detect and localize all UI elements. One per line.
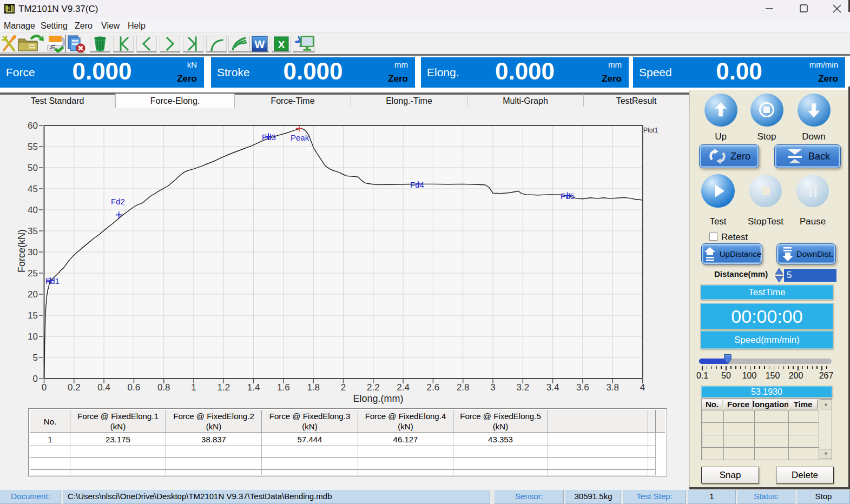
svg-text:30: 30	[28, 247, 38, 257]
svg-text:20: 20	[28, 289, 38, 300]
svg-text:Peak: Peak	[291, 133, 309, 142]
svg-text:Fd5: Fd5	[561, 191, 575, 201]
svg-text:50: 50	[28, 163, 38, 173]
svg-text:3.8: 3.8	[606, 382, 619, 393]
svg-text:35: 35	[28, 226, 38, 236]
svg-text:0.2: 0.2	[68, 382, 81, 393]
svg-text:1.6: 1.6	[277, 382, 290, 393]
svg-text:Fd1: Fd1	[45, 276, 60, 286]
svg-text:Force(kN): Force(kN)	[16, 229, 27, 273]
svg-text:2.8: 2.8	[457, 382, 470, 393]
svg-text:Fd3: Fd3	[262, 132, 276, 142]
svg-text:3.4: 3.4	[546, 382, 559, 393]
svg-text:25: 25	[28, 268, 38, 278]
svg-text:60: 60	[28, 121, 38, 131]
svg-text:Fd2: Fd2	[111, 197, 125, 206]
svg-text:0.6: 0.6	[128, 382, 141, 393]
svg-text:2.4: 2.4	[397, 382, 410, 393]
svg-text:45: 45	[28, 184, 38, 194]
svg-text:10: 10	[28, 331, 38, 342]
svg-text:1.4: 1.4	[247, 382, 260, 393]
svg-text:2.2: 2.2	[367, 382, 380, 393]
svg-text:0: 0	[42, 382, 47, 393]
svg-text:3.6: 3.6	[576, 382, 589, 393]
svg-text:1: 1	[191, 382, 196, 393]
svg-text:0.8: 0.8	[157, 382, 170, 393]
svg-text:0.4: 0.4	[97, 382, 110, 393]
svg-text:1.8: 1.8	[307, 382, 320, 393]
svg-text:Plot1: Plot1	[643, 127, 658, 134]
svg-text:1.2: 1.2	[217, 382, 230, 393]
svg-text:55: 55	[28, 142, 38, 152]
svg-text:0: 0	[33, 374, 38, 384]
svg-text:40: 40	[28, 205, 38, 215]
svg-text:Fd4: Fd4	[410, 180, 424, 189]
svg-text:2.6: 2.6	[427, 382, 440, 393]
svg-text:3: 3	[490, 382, 495, 393]
svg-text:3.2: 3.2	[516, 382, 529, 393]
svg-text:Elong.(mm): Elong.(mm)	[353, 393, 403, 404]
svg-text:2: 2	[341, 382, 346, 393]
svg-text:5: 5	[33, 353, 38, 363]
svg-text:15: 15	[28, 310, 38, 321]
svg-text:4: 4	[640, 382, 645, 393]
